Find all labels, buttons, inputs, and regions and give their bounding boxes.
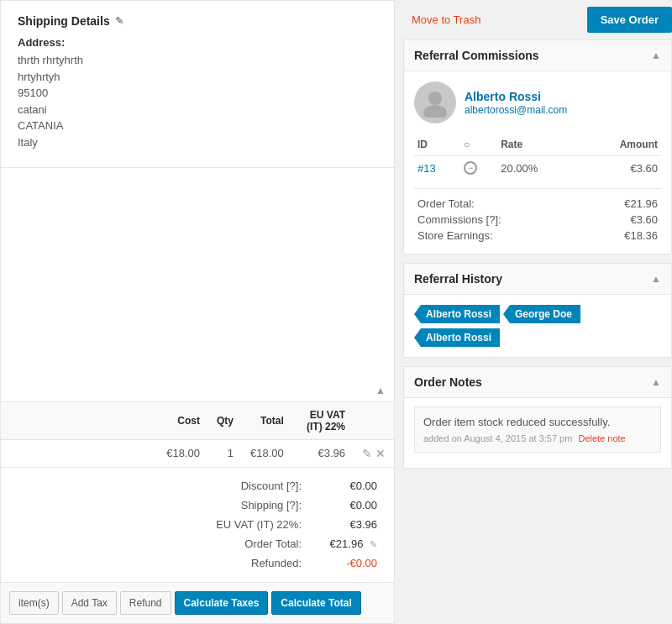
commission-table: ID ○ Rate Amount #13 − 20.00% €3.60 (414, 134, 661, 180)
note-text: Order item stock reduced successfully. (423, 416, 610, 428)
commissions-row: Commissions [?]: €3.60 (414, 212, 661, 228)
discount-row: Discount [?]: €0.00 (9, 476, 386, 496)
referral-commissions-title: Referral Commissions (414, 49, 539, 62)
avatar (414, 81, 456, 123)
referral-badge-alberto-1[interactable]: Alberto Rossi (414, 305, 500, 323)
referral-commissions-body: Alberto Rossi albertorossi@mail.com ID ○… (404, 71, 671, 254)
referral-history-header: Referral History ▲ (404, 264, 671, 295)
referral-row-1: Alberto Rossi George Doe (414, 305, 661, 323)
store-earnings-row: Store Earnings: €18.36 (414, 228, 661, 244)
referral-history-collapse-icon[interactable]: ▲ (651, 273, 661, 285)
refund-button[interactable]: Refund (120, 591, 171, 615)
order-notes-header: Order Notes ▲ (404, 367, 671, 398)
order-notes-collapse-icon[interactable]: ▲ (651, 376, 661, 388)
commission-rate: 20.00% (497, 156, 578, 181)
referral-history-title: Referral History (414, 272, 502, 286)
user-name[interactable]: Alberto Rossi (465, 90, 567, 103)
commissions-label: Commissions [?]: (417, 213, 501, 226)
commission-minus-icon[interactable]: − (464, 161, 477, 175)
vat-label: EU VAT (IT) 22%: (176, 518, 302, 531)
referral-badge-george[interactable]: George Doe (503, 305, 580, 323)
referral-chain: Alberto Rossi George Doe Alberto Rossi (414, 305, 661, 347)
commission-col-check: ○ (460, 134, 497, 156)
store-earnings-value: €18.36 (624, 229, 658, 242)
address-label: Address: (18, 36, 377, 49)
commissions-value: €3.60 (630, 213, 658, 226)
collapse-table-icon[interactable]: ▲ (375, 385, 386, 396)
delete-row-icon[interactable]: ✕ (375, 447, 386, 460)
address-lines: thrth rhrtyhrth hrtyhrtyh 95100 catani C… (18, 52, 377, 150)
address-line-1: thrth rhrtyhrth (18, 52, 377, 69)
referral-commissions-widget: Referral Commissions ▲ Alberto Rossi alb… (403, 39, 672, 254)
commission-id-link[interactable]: #13 (417, 162, 436, 175)
referral-commissions-header: Referral Commissions ▲ (404, 40, 671, 71)
shipping-value: €0.00 (327, 499, 377, 511)
address-line-2: hrtyhrtyh (18, 69, 377, 86)
calculate-total-button[interactable]: Calculate Total (271, 591, 360, 615)
address-line-5: CATANIA (18, 118, 377, 134)
svg-point-1 (423, 105, 447, 118)
order-total-label: Order Total: (176, 537, 302, 550)
order-table: Cost Qty Total EU VAT (IT) 22% €18.00 1 … (1, 401, 394, 468)
order-total-row: Order Total: €21.96 ✎ (9, 534, 386, 553)
shipping-section: Shipping Details ✎ Address: thrth rhrtyh… (1, 1, 394, 168)
order-notes-body: Order item stock reduced successfully. a… (404, 398, 671, 468)
row-vat: €3.96 (292, 439, 354, 467)
edit-shipping-icon[interactable]: ✎ (115, 15, 123, 27)
order-notes-title: Order Notes (414, 375, 482, 389)
commission-row: #13 − 20.00% €3.60 (414, 156, 661, 181)
delete-note-link[interactable]: Delete note (578, 433, 625, 443)
order-total-value: €21.96 ✎ (327, 537, 377, 550)
col-vat: EU VAT (IT) 22% (292, 401, 354, 439)
calculate-taxes-button[interactable]: Calculate Taxes (175, 591, 269, 615)
address-line-6: Italy (18, 134, 377, 151)
referral-commissions-collapse-icon[interactable]: ▲ (651, 50, 661, 61)
discount-value: €0.00 (327, 480, 377, 492)
note-item: Order item stock reduced successfully. a… (414, 406, 661, 453)
commission-order-total-row: Order Total: €21.96 (414, 196, 661, 212)
col-cost: Cost (158, 401, 208, 439)
commission-col-rate: Rate (497, 134, 578, 156)
address-line-4: catani (18, 102, 377, 118)
note-meta: added on August 4, 2015 at 3:57 pm Delet… (423, 433, 652, 443)
discount-label: Discount [?]: (176, 480, 302, 492)
vat-row: EU VAT (IT) 22%: €3.96 (9, 515, 386, 534)
edit-row-icon[interactable]: ✎ (362, 447, 372, 460)
row-qty: 1 (208, 439, 242, 467)
commission-order-total-label: Order Total: (417, 197, 475, 210)
vat-value: €3.96 (327, 518, 377, 531)
refunded-row: Refunded: -€0.00 (9, 553, 386, 573)
refunded-label: Refunded: (176, 557, 302, 569)
row-total: €18.00 (242, 439, 292, 467)
commission-col-amount: Amount (578, 134, 661, 156)
col-total: Total (242, 401, 292, 439)
referral-badge-alberto-2[interactable]: Alberto Rossi (414, 328, 500, 347)
referral-history-body: Alberto Rossi George Doe Alberto Rossi (404, 295, 671, 357)
commission-totals: Order Total: €21.96 Commissions [?]: €3.… (414, 188, 661, 244)
items-button[interactable]: item(s) (9, 591, 59, 615)
svg-point-0 (428, 92, 442, 105)
address-line-3: 95100 (18, 85, 377, 102)
user-info: Alberto Rossi albertorossi@mail.com (465, 90, 567, 116)
shipping-title: Shipping Details ✎ (18, 14, 377, 28)
save-order-button[interactable]: Save Order (587, 7, 672, 33)
refunded-value: -€0.00 (327, 557, 377, 569)
shipping-row: Shipping [?]: €0.00 (9, 496, 386, 515)
referral-row-2: Alberto Rossi (414, 328, 661, 347)
shipping-label: Shipping [?]: (176, 499, 302, 511)
add-tax-button[interactable]: Add Tax (62, 591, 117, 615)
commission-order-total-value: €21.96 (624, 197, 658, 210)
store-earnings-label: Store Earnings: (417, 229, 493, 242)
row-cost: €18.00 (158, 439, 208, 467)
referral-user: Alberto Rossi albertorossi@mail.com (414, 81, 661, 123)
edit-total-icon[interactable]: ✎ (370, 539, 377, 549)
totals-section: Discount [?]: €0.00 Shipping [?]: €0.00 … (1, 468, 394, 581)
move-to-trash-button[interactable]: Move to Trash (412, 13, 480, 26)
commission-amount: €3.60 (578, 156, 661, 181)
user-email[interactable]: albertorossi@mail.com (465, 104, 567, 116)
bottom-buttons: item(s) Add Tax Refund Calculate Taxes C… (1, 582, 394, 623)
table-row: €18.00 1 €18.00 €3.96 ✎ ✕ (1, 439, 394, 467)
right-top-bar: Move to Trash Save Order (403, 0, 672, 39)
referral-history-widget: Referral History ▲ Alberto Rossi George … (403, 263, 672, 358)
order-notes-widget: Order Notes ▲ Order item stock reduced s… (403, 366, 672, 469)
